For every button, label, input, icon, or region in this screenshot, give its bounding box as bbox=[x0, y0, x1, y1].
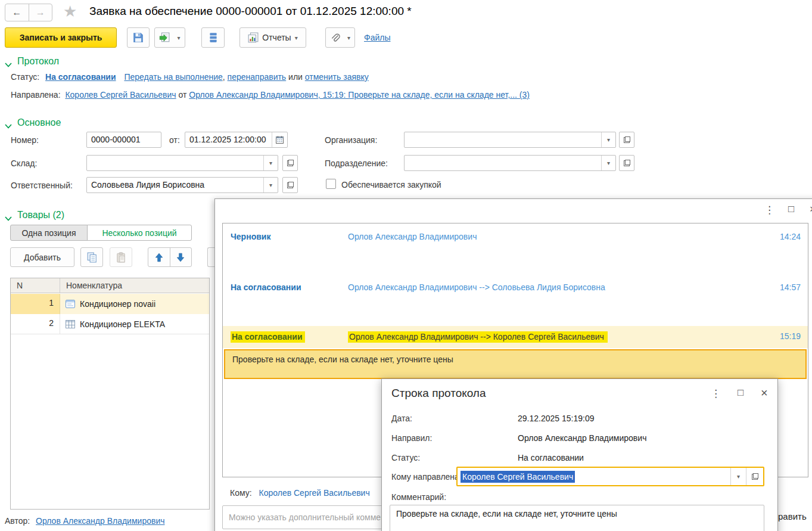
department-open-button[interactable] bbox=[619, 155, 634, 171]
table-row[interactable]: 2 Кондиционер ELEKTA bbox=[11, 314, 209, 334]
chevron-down-icon bbox=[5, 120, 12, 125]
dialog-comment-textarea[interactable]: Проверьте на складе, если на складе нет,… bbox=[390, 505, 764, 531]
responsible-field[interactable]: Соловьева Лидия Борисовна ▾ bbox=[86, 177, 278, 193]
files-link[interactable]: Файлы bbox=[364, 33, 390, 42]
dropdown-arrow-button[interactable]: ▾ bbox=[731, 468, 746, 485]
table-row[interactable]: 1 Кондиционер novaii bbox=[11, 294, 209, 314]
author-link[interactable]: Орлов Александр Владимирович bbox=[36, 516, 164, 526]
toolbar-button-cutoff[interactable] bbox=[207, 247, 214, 267]
dialog-to-open-button[interactable] bbox=[746, 468, 763, 485]
responsible-open-button[interactable] bbox=[282, 177, 298, 193]
post-document-icon bbox=[159, 32, 170, 43]
purchase-checkbox[interactable] bbox=[326, 179, 336, 189]
goods-section-header[interactable]: Товары (2) bbox=[5, 210, 64, 221]
paste-row-button[interactable] bbox=[110, 247, 132, 267]
open-form-icon bbox=[287, 182, 294, 188]
number-field[interactable]: 0000-000001 bbox=[86, 132, 161, 148]
directed-from-link[interactable]: Орлов Александр Владимирович, 15:19: Про… bbox=[189, 90, 530, 100]
move-down-button[interactable] bbox=[170, 248, 192, 266]
add-row-button[interactable]: Добавить bbox=[10, 247, 74, 267]
tab-multiple-positions[interactable]: Несколько позиций bbox=[87, 225, 192, 241]
copy-row-button[interactable] bbox=[80, 247, 103, 267]
favorite-star-icon[interactable]: ★ bbox=[63, 2, 77, 20]
dialog-to-field[interactable]: Королев Сергей Васильевич ▾ bbox=[456, 467, 764, 486]
warehouse-field[interactable]: ▾ bbox=[86, 155, 278, 171]
action-redirect-link[interactable]: перенаправить bbox=[228, 72, 287, 82]
entry-time: 14:57 bbox=[780, 282, 801, 292]
organization-field[interactable]: ▾ bbox=[404, 132, 616, 148]
tab-single-position[interactable]: Одна позиция bbox=[10, 225, 88, 241]
forward-arrow-icon: → bbox=[36, 7, 45, 18]
window-maximize-button[interactable]: □ bbox=[788, 203, 794, 215]
protocol-entry-row[interactable]: На согласовании Орлов Александр Владимир… bbox=[223, 279, 808, 296]
save-and-close-button[interactable]: Записать и закрыть bbox=[5, 27, 117, 48]
dropdown-arrow-button[interactable]: ▾ bbox=[263, 178, 278, 192]
nav-button-group: ← → bbox=[5, 4, 52, 21]
send-to-value-link[interactable]: Королев Сергей Васильевич bbox=[259, 488, 370, 498]
copy-icon bbox=[87, 252, 97, 263]
purchase-checkbox-label[interactable]: Обеспечивается закупкой bbox=[341, 180, 441, 190]
status-line: Статус: На согласовании Передать на выпо… bbox=[11, 72, 369, 82]
dialog-comment-text: Проверьте на складе, если на складе нет,… bbox=[396, 509, 617, 518]
protocol-section-header[interactable]: Протокол bbox=[5, 56, 59, 67]
attachments-button[interactable]: ▾ bbox=[325, 27, 355, 48]
calendar-button[interactable] bbox=[272, 132, 287, 147]
open-form-icon bbox=[624, 136, 630, 143]
column-header-n[interactable]: N bbox=[11, 278, 60, 293]
dropdown-arrow-button[interactable]: ▾ bbox=[263, 156, 278, 170]
back-arrow-icon: ← bbox=[12, 7, 21, 18]
directed-label: Направлена: bbox=[11, 90, 61, 100]
maximize-icon: □ bbox=[738, 387, 743, 398]
action-cancel-link[interactable]: отменить заявку bbox=[305, 72, 369, 82]
chevron-down-icon bbox=[5, 59, 12, 64]
dialog-status-value: На согласовании bbox=[518, 453, 584, 462]
author-label: Автор: bbox=[5, 516, 30, 526]
window-close-button[interactable]: × bbox=[810, 203, 812, 216]
organization-open-button[interactable] bbox=[619, 132, 634, 148]
window-menu-button[interactable]: ⋮ bbox=[764, 204, 774, 216]
dialog-maximize-button[interactable]: □ bbox=[738, 387, 743, 399]
dialog-close-button[interactable]: × bbox=[761, 386, 768, 400]
date-field[interactable]: 01.12.2025 12:00:00 bbox=[185, 132, 288, 148]
reports-button[interactable]: Отчеты ▾ bbox=[239, 27, 306, 48]
tab-multiple-label: Несколько позиций bbox=[102, 228, 176, 238]
calendar-icon bbox=[276, 136, 284, 144]
entry-participants: Орлов Александр Владимирович --> Соловье… bbox=[348, 282, 605, 292]
kebab-menu-icon: ⋮ bbox=[711, 388, 721, 399]
chevron-down-icon: ▾ bbox=[347, 35, 350, 41]
reports-label: Отчеты bbox=[262, 33, 291, 42]
move-up-button[interactable] bbox=[148, 248, 170, 266]
warehouse-open-button[interactable] bbox=[282, 155, 298, 171]
save-button[interactable] bbox=[127, 27, 150, 48]
document-structure-button[interactable] bbox=[201, 27, 225, 48]
entry-time: 15:19 bbox=[780, 331, 801, 341]
close-icon: × bbox=[761, 386, 768, 399]
entry-status: На согласовании bbox=[231, 331, 305, 343]
table-item-icon bbox=[66, 320, 75, 328]
date-label: от: bbox=[169, 135, 180, 145]
directed-to-link[interactable]: Королев Сергей Васильевич bbox=[65, 90, 176, 100]
dialog-menu-button[interactable]: ⋮ bbox=[711, 387, 721, 400]
open-form-icon bbox=[624, 160, 630, 166]
status-value-link[interactable]: На согласовании bbox=[45, 72, 116, 82]
forward-button[interactable]: → bbox=[29, 4, 52, 21]
form-item-icon bbox=[66, 300, 75, 308]
column-header-nomenclature[interactable]: Номенклатура bbox=[60, 278, 209, 293]
department-field[interactable]: ▾ bbox=[404, 155, 616, 171]
arrow-down-icon bbox=[176, 253, 185, 262]
send-to-label: Кому: bbox=[230, 488, 252, 498]
protocol-entry-row[interactable]: Черновик Орлов Александр Владимирович 14… bbox=[223, 228, 808, 245]
post-document-button[interactable]: ▾ bbox=[154, 27, 185, 48]
send-button-cutoff[interactable]: равить bbox=[778, 511, 807, 521]
back-button[interactable]: ← bbox=[5, 4, 29, 21]
responsible-value: Соловьева Лидия Борисовна bbox=[91, 180, 204, 190]
protocol-entry-row-selected[interactable]: На согласовании Орлов Александр Владимир… bbox=[223, 326, 808, 348]
date-value: 01.12.2025 12:00:00 bbox=[189, 135, 266, 144]
department-label: Подразделение: bbox=[325, 159, 388, 168]
dropdown-arrow-button[interactable]: ▾ bbox=[601, 132, 615, 147]
main-section-header[interactable]: Основное bbox=[5, 117, 61, 128]
action-execute-link[interactable]: Передать на выполнение bbox=[124, 72, 222, 82]
dropdown-arrow-button[interactable]: ▾ bbox=[601, 156, 615, 170]
save-and-close-label: Записать и закрыть bbox=[20, 33, 102, 42]
responsible-label: Ответственный: bbox=[11, 181, 73, 190]
